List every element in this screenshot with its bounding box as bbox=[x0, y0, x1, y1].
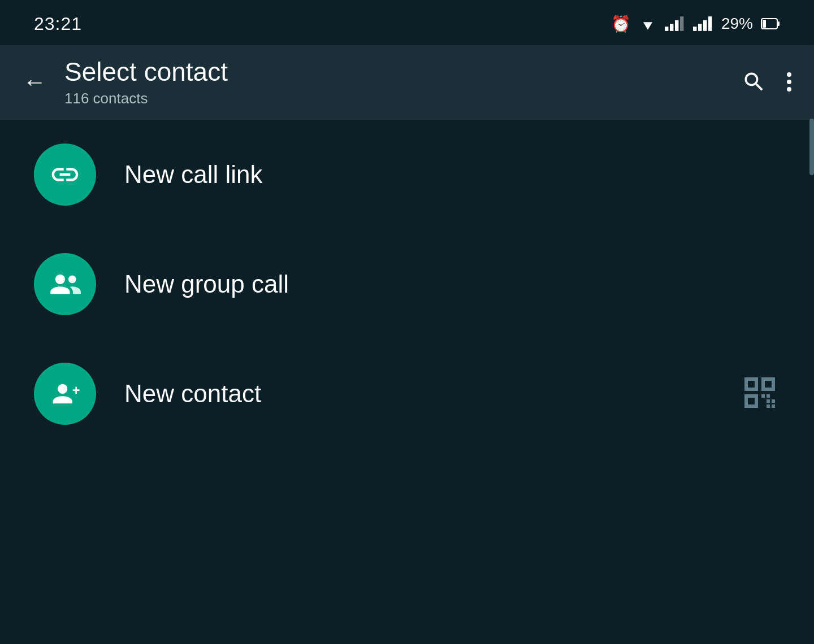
svg-rect-10 bbox=[777, 21, 780, 26]
group-icon bbox=[48, 268, 82, 300]
new-contact-icon-circle: + bbox=[34, 363, 96, 425]
toolbar-actions bbox=[742, 69, 791, 94]
dot-2 bbox=[787, 80, 791, 84]
status-right: ⏰ 29% bbox=[611, 15, 780, 33]
more-options-button[interactable] bbox=[787, 72, 791, 92]
new-contact-label: New contact bbox=[124, 380, 261, 408]
svg-rect-3 bbox=[675, 20, 678, 31]
svg-rect-8 bbox=[708, 16, 712, 31]
add-person-icon: + bbox=[48, 378, 82, 410]
svg-rect-5 bbox=[693, 27, 696, 31]
new-call-link-icon-circle bbox=[34, 143, 96, 206]
dot-1 bbox=[787, 72, 791, 77]
svg-rect-1 bbox=[665, 27, 668, 31]
svg-point-14 bbox=[58, 384, 67, 394]
svg-rect-4 bbox=[680, 16, 683, 31]
new-group-call-icon-circle bbox=[34, 253, 96, 315]
list-item[interactable]: + New contact bbox=[0, 339, 814, 449]
back-button[interactable]: ← bbox=[23, 70, 46, 94]
contact-list: New call link New group call + New conta… bbox=[0, 120, 814, 449]
signal-icon bbox=[665, 16, 685, 32]
new-call-link-label: New call link bbox=[124, 160, 263, 189]
qr-icon[interactable] bbox=[739, 372, 780, 415]
svg-point-13 bbox=[68, 276, 76, 284]
contacts-count: 116 contacts bbox=[64, 90, 742, 107]
list-item[interactable]: New call link bbox=[0, 120, 814, 229]
svg-point-12 bbox=[55, 275, 65, 284]
toolbar: ← Select contact 116 contacts bbox=[0, 45, 814, 119]
svg-rect-2 bbox=[670, 24, 673, 31]
battery-icon bbox=[761, 16, 780, 32]
list-item[interactable]: New group call bbox=[0, 229, 814, 339]
svg-marker-0 bbox=[643, 22, 652, 29]
qr-code-icon bbox=[739, 372, 780, 413]
alarm-icon: ⏰ bbox=[611, 15, 631, 33]
svg-rect-7 bbox=[703, 20, 707, 31]
dot-3 bbox=[787, 87, 791, 92]
svg-rect-11 bbox=[763, 20, 766, 28]
wifi-icon bbox=[639, 16, 657, 32]
new-group-call-label: New group call bbox=[124, 270, 289, 298]
link-icon bbox=[49, 159, 81, 190]
signal-icon-2 bbox=[693, 16, 713, 32]
svg-text:+: + bbox=[72, 383, 80, 398]
battery-percent: 29% bbox=[721, 15, 753, 33]
status-bar: 23:21 ⏰ 29% bbox=[0, 0, 814, 45]
svg-rect-6 bbox=[698, 24, 702, 31]
status-time: 23:21 bbox=[34, 14, 82, 34]
toolbar-title-area: Select contact 116 contacts bbox=[64, 56, 742, 107]
search-icon[interactable] bbox=[742, 69, 767, 94]
page-title: Select contact bbox=[64, 56, 742, 88]
